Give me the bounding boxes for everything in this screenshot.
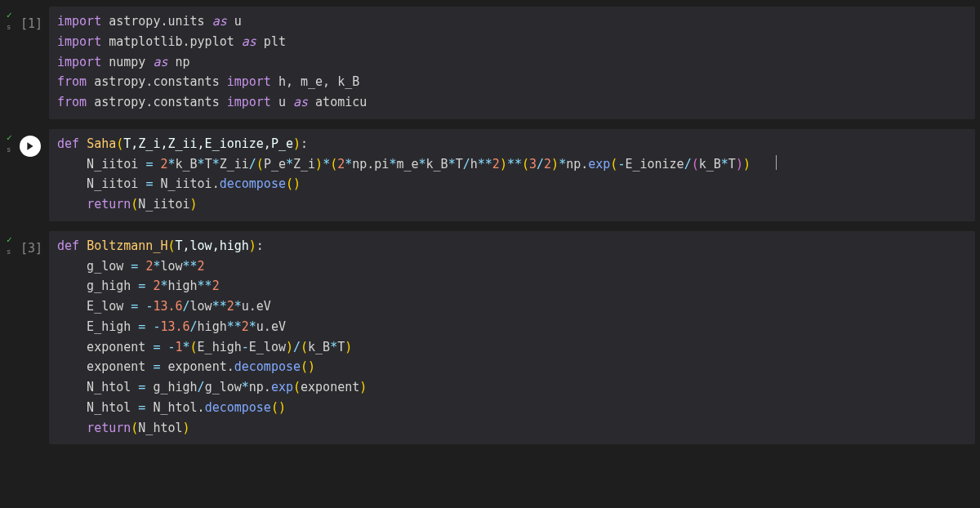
code-cell[interactable]: ✓sdef Saha(T,Z_i,Z_ii,E_ionize,P_e): N_i…	[5, 129, 975, 221]
code-line[interactable]: g_low = 2*low**2	[57, 256, 967, 277]
gutter-sublabel: s	[7, 23, 11, 31]
code-line[interactable]: def Saha(T,Z_i,Z_ii,E_ionize,P_e):	[57, 134, 967, 154]
code-line[interactable]: N_htol = g_high/g_low*np.exp(exponent)	[57, 377, 967, 398]
code-line[interactable]: from astropy.constants import u as atomi…	[57, 92, 967, 113]
code-editor[interactable]: import astropy.units as uimport matplotl…	[49, 7, 975, 119]
code-editor[interactable]: def Boltzmann_H(T,low,high): g_low = 2*l…	[49, 231, 975, 445]
code-line[interactable]: g_high = 2*high**2	[57, 276, 967, 296]
code-line[interactable]: exponent = -1*(E_high-E_low)/(k_B*T)	[57, 337, 967, 358]
code-cell[interactable]: ✓s[1]import astropy.units as uimport mat…	[5, 7, 975, 119]
text-cursor	[776, 155, 777, 170]
run-cell-button[interactable]	[20, 136, 41, 157]
code-line[interactable]: return(N_htol)	[57, 418, 967, 439]
check-icon: ✓	[7, 234, 12, 245]
gutter-sublabel: s	[7, 145, 11, 154]
code-line[interactable]: E_low = -13.6/low**2*u.eV	[57, 296, 967, 317]
cell-gutter: ✓s[1]	[5, 7, 49, 119]
check-icon: ✓	[7, 132, 12, 143]
code-line[interactable]: N_iitoi = N_iitoi.decompose()	[57, 174, 967, 194]
code-line[interactable]: import astropy.units as u	[57, 11, 967, 32]
code-line[interactable]: N_iitoi = 2*k_B*T*Z_ii/(P_e*Z_i)*(2*np.p…	[57, 154, 967, 175]
code-editor[interactable]: def Saha(T,Z_i,Z_ii,E_ionize,P_e): N_iit…	[49, 129, 975, 221]
gutter-sublabel: s	[7, 247, 11, 256]
code-line[interactable]: import numpy as np	[57, 52, 967, 73]
code-line[interactable]: from astropy.constants import h, m_e, k_…	[57, 72, 967, 92]
code-cell[interactable]: ✓s[3]def Boltzmann_H(T,low,high): g_low …	[5, 231, 975, 445]
code-line[interactable]: exponent = exponent.decompose()	[57, 357, 967, 377]
code-line[interactable]: N_htol = N_htol.decompose()	[57, 398, 967, 418]
code-line[interactable]: def Boltzmann_H(T,low,high):	[57, 236, 967, 256]
code-line[interactable]: return(N_iitoi)	[57, 194, 967, 215]
check-icon: ✓	[7, 10, 12, 20]
code-line[interactable]: E_high = -13.6/high**2*u.eV	[57, 317, 967, 337]
code-line[interactable]: import matplotlib.pyplot as plt	[57, 32, 967, 52]
cell-gutter: ✓s	[5, 129, 49, 221]
cell-gutter: ✓s[3]	[5, 231, 49, 445]
